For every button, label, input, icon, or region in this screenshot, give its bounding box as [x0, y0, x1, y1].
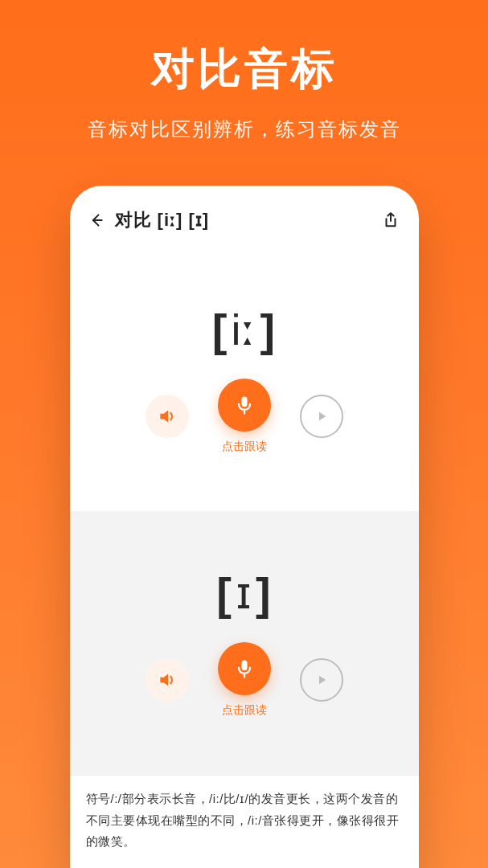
controls-row-1: 点击跟读 — [146, 379, 343, 454]
back-button[interactable] — [88, 211, 105, 229]
arrow-left-icon — [88, 212, 105, 228]
share-button[interactable] — [382, 211, 400, 229]
phoneme-symbol-2: [ɪ] — [216, 567, 271, 620]
speaker-button-1[interactable] — [146, 395, 189, 438]
mic-button-2[interactable] — [218, 642, 271, 695]
svg-rect-1 — [241, 396, 247, 407]
mic-label-1: 点击跟读 — [222, 440, 267, 454]
phoneme-symbol-1: [iː] — [212, 304, 276, 356]
share-icon — [382, 211, 400, 229]
app-bar: 对比 [iː] [ɪ] — [70, 186, 419, 247]
play-button-2[interactable] — [300, 658, 343, 702]
speaker-icon — [157, 669, 178, 690]
description-text: 符号/:/部分表示长音，/i:/比/ɪ/的发音更长，这两个发音的不同主要体现在嘴… — [70, 775, 419, 868]
phoneme-card-2: [ɪ] — [70, 511, 419, 776]
hero-subtitle: 音标对比区别辨析，练习音标发音 — [88, 117, 401, 142]
speaker-button-2[interactable] — [146, 658, 189, 702]
phoneme-card-1: [iː] — [70, 247, 419, 511]
appbar-left: 对比 [iː] [ɪ] — [88, 208, 210, 232]
mic-label-2: 点击跟读 — [222, 703, 267, 718]
microphone-icon — [233, 394, 256, 416]
appbar-title: 对比 [iː] [ɪ] — [115, 208, 210, 232]
microphone-icon — [233, 657, 256, 680]
hero-title: 对比音标 — [151, 40, 338, 99]
play-icon — [314, 409, 329, 424]
phone-mockup: 对比 [iː] [ɪ] [iː] — [70, 186, 419, 868]
play-button-1[interactable] — [300, 395, 343, 438]
mic-button-1[interactable] — [218, 379, 271, 432]
promo-background: 对比音标 音标对比区别辨析，练习音标发音 对比 [iː] [ɪ] — [0, 0, 488, 868]
svg-rect-3 — [241, 661, 247, 671]
speaker-icon — [157, 406, 178, 427]
play-icon — [314, 673, 329, 687]
controls-row-2: 点击跟读 — [146, 642, 343, 718]
